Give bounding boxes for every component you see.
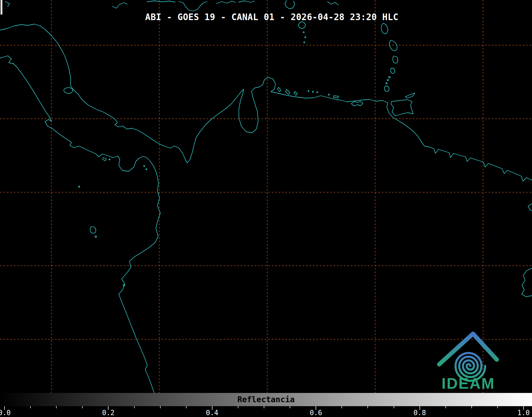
island-la-tortuga bbox=[333, 96, 339, 98]
island-dominica bbox=[381, 23, 388, 34]
coastline-pacific bbox=[0, 56, 160, 393]
islet-dot bbox=[386, 83, 387, 84]
colorbar-minor-tick bbox=[134, 406, 135, 408]
island-fragment-top-2 bbox=[112, 3, 127, 8]
island-fragment-top-7 bbox=[285, 1, 295, 9]
islet-dot bbox=[123, 285, 125, 286]
colorbar-tick-label: 1.0 bbox=[517, 409, 530, 417]
ideam-logo: IDEAM bbox=[434, 328, 504, 394]
colorbar-minor-tick bbox=[471, 406, 472, 408]
islet-dot bbox=[328, 94, 329, 95]
islet-dot bbox=[95, 236, 97, 237]
colorbar-minor-tick bbox=[238, 406, 238, 408]
island-tobago bbox=[405, 93, 415, 98]
colorbar-minor-tick bbox=[30, 406, 31, 408]
colorbar-tick-label: 0.6 bbox=[310, 409, 322, 417]
islet-dot bbox=[305, 37, 306, 38]
image-title: ABI - GOES 19 - CANAL 01 - 2026-04-28 23… bbox=[145, 12, 398, 22]
colorbar: Reflectancia bbox=[0, 393, 532, 406]
satellite-image-view: ABI - GOES 19 - CANAL 01 - 2026-04-28 23… bbox=[0, 0, 532, 417]
colorbar-minor-tick bbox=[445, 406, 446, 408]
colorbar-minor-tick bbox=[186, 406, 187, 408]
colorbar-tick-label: 0.0 bbox=[0, 409, 11, 417]
coast-fragment-right-1 bbox=[528, 204, 532, 211]
islet-dot bbox=[308, 90, 309, 91]
islet-dot bbox=[109, 159, 110, 160]
island-fragment-top-6 bbox=[239, 1, 254, 2]
left-edge-artifact bbox=[1, 0, 2, 15]
colorbar-minor-tick bbox=[394, 406, 394, 408]
map-area: ABI - GOES 19 - CANAL 01 - 2026-04-28 23… bbox=[0, 0, 532, 393]
island-margarita bbox=[351, 101, 363, 106]
colorbar-axis: 0.00.20.40.60.81.0 bbox=[0, 406, 532, 417]
island-fragment-top-5 bbox=[216, 1, 235, 4]
colorbar-tick-label: 0.4 bbox=[206, 409, 218, 417]
islet-dot bbox=[387, 80, 389, 81]
island-st-vincent bbox=[391, 68, 395, 74]
island-trinidad bbox=[391, 100, 413, 116]
colorbar-minor-tick bbox=[497, 406, 498, 408]
island-fragment-top-4 bbox=[179, 2, 207, 11]
island-bonaire bbox=[294, 91, 297, 95]
lake-nicaragua bbox=[64, 88, 73, 93]
island-st-lucia bbox=[393, 56, 398, 63]
logo-wordmark: IDEAM bbox=[442, 375, 495, 392]
colorbar-minor-tick bbox=[264, 406, 264, 408]
island-small-ne bbox=[299, 22, 306, 29]
river-fragment-right-2 bbox=[522, 268, 532, 297]
islet-dot bbox=[303, 32, 304, 33]
colorbar-minor-tick bbox=[82, 406, 83, 408]
colorbar-tick-label: 0.2 bbox=[102, 409, 115, 417]
colorbar-minor-tick bbox=[56, 406, 57, 408]
islet-dot bbox=[312, 91, 313, 92]
islet-dot bbox=[389, 76, 390, 78]
island-small-west bbox=[90, 227, 96, 233]
coastline-caribbean-mainland bbox=[0, 24, 532, 181]
islet-dot bbox=[144, 166, 145, 167]
colorbar-label: Reflectancia bbox=[0, 393, 532, 406]
island-curacao bbox=[285, 89, 290, 94]
islet-dot bbox=[79, 186, 80, 187]
colorbar-minor-tick bbox=[342, 406, 342, 408]
island-grenada bbox=[384, 86, 389, 91]
island-fragment-top-3 bbox=[147, 1, 175, 2]
island-fragment-top-1 bbox=[5, 2, 10, 7]
colorbar-minor-tick bbox=[367, 406, 368, 408]
island-martinique bbox=[389, 40, 397, 51]
islet-dot bbox=[317, 92, 318, 93]
colorbar-tick-label: 0.8 bbox=[413, 409, 426, 417]
colorbar-minor-tick bbox=[290, 406, 290, 408]
islet-dot bbox=[304, 42, 305, 43]
island-fragment-top-8 bbox=[328, 2, 338, 5]
islet-dot bbox=[146, 169, 147, 170]
island-coiba bbox=[103, 158, 106, 161]
colorbar-minor-tick bbox=[160, 406, 161, 408]
island-aruba bbox=[278, 87, 281, 92]
